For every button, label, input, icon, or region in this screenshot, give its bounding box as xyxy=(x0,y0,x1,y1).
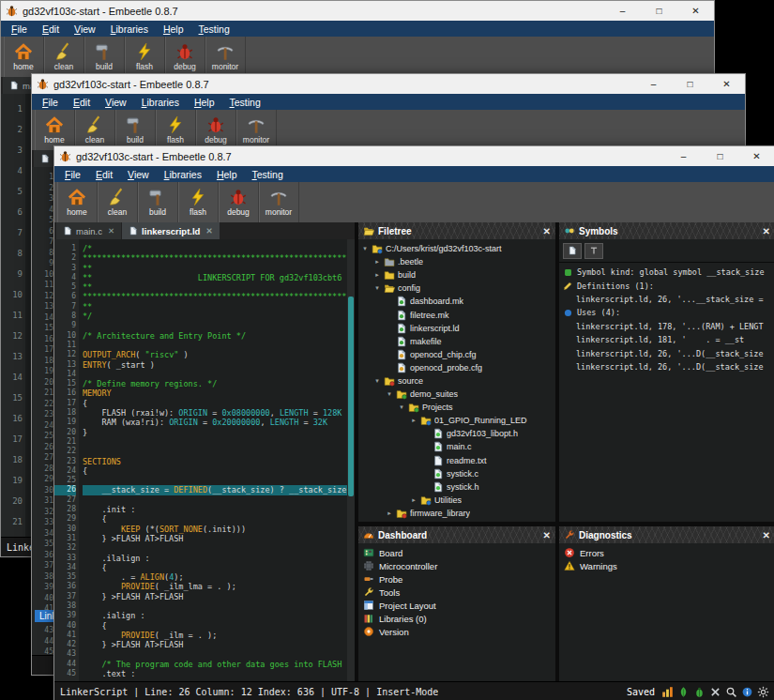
debug-button[interactable]: debug xyxy=(165,37,205,77)
filetree-item-makefile[interactable]: makefile xyxy=(358,335,555,348)
menu-item-view[interactable]: View xyxy=(98,97,134,108)
dashboard-item-libraries-0-[interactable]: Libraries (0) xyxy=(358,612,555,625)
filetree-item-systick.h[interactable]: systick.h xyxy=(358,480,555,494)
magnifier-icon[interactable] xyxy=(725,686,737,698)
menu-item-testing[interactable]: Testing xyxy=(191,23,237,35)
menu-item-libraries[interactable]: Libraries xyxy=(157,169,209,180)
code-line-12[interactable]: OUTPUT_ARCH( "riscv" ) xyxy=(83,350,347,359)
menu-item-help[interactable]: Help xyxy=(156,23,191,35)
minimize-button[interactable]: – xyxy=(665,146,702,166)
code-line-35[interactable]: . = ALIGN(4); xyxy=(83,572,347,582)
flash-button[interactable]: flash xyxy=(178,182,219,222)
code-line-8[interactable]: */ xyxy=(83,312,347,321)
filetree-item-openocd-probe.cfg[interactable]: openocd_probe.cfg xyxy=(358,361,555,374)
symbol-reference[interactable]: linkerscript.ld, 181, ' . = __st xyxy=(559,333,774,346)
filetree-item-readme.txt[interactable]: readme.txt xyxy=(358,454,555,467)
menu-item-view[interactable]: View xyxy=(67,23,103,35)
window-titlebar[interactable]: gd32vf103c-start - Embeetle 0.8.7 – □ ✕ xyxy=(54,146,774,166)
scrollbar-thumb[interactable] xyxy=(348,297,354,495)
symbol-reference[interactable]: linkerscript.ld, 178, '...(RAM) + LENGT xyxy=(559,320,774,333)
maximize-button[interactable]: □ xyxy=(641,1,677,21)
code-line-41[interactable]: PROVIDE( _ilm = . ); xyxy=(83,631,347,640)
editor-scrollbar[interactable] xyxy=(347,239,355,682)
menu-item-file[interactable]: File xyxy=(4,23,35,35)
code-line-38[interactable] xyxy=(83,601,347,611)
code-line-14[interactable] xyxy=(83,370,347,379)
code-line-34[interactable]: { xyxy=(83,563,347,572)
expander-icon[interactable]: ▾ xyxy=(398,403,405,411)
filetree-item-projects[interactable]: ▾Projects xyxy=(358,401,555,414)
home-button[interactable]: home xyxy=(4,37,44,77)
clean-button[interactable]: clean xyxy=(44,37,84,77)
window-titlebar[interactable]: gd32vf103c-start - Embeetle 0.8.7 – □ ✕ xyxy=(32,74,745,94)
debug-button[interactable]: debug xyxy=(219,182,259,222)
dashboard-item-version[interactable]: Version xyxy=(358,625,555,638)
menu-item-testing[interactable]: Testing xyxy=(245,169,291,180)
code-line-28[interactable]: .init : xyxy=(83,505,347,514)
cross-icon[interactable] xyxy=(709,686,721,698)
code-line-40[interactable]: { xyxy=(83,621,347,631)
symbol-reference[interactable]: linkerscript.ld, 26, '...D(__stack_size xyxy=(559,360,774,373)
build-button[interactable]: build xyxy=(138,182,178,222)
code-line-1[interactable]: /* xyxy=(83,244,347,253)
code-line-45[interactable]: .text : xyxy=(83,669,347,678)
debug-button[interactable]: debug xyxy=(196,110,236,150)
editor-tab-linkerscript.ld[interactable]: linkerscript.ld✕ xyxy=(122,222,219,239)
filetree-item-main.c[interactable]: main.c xyxy=(358,440,555,453)
code-line-33[interactable]: .ilalign : xyxy=(83,554,347,563)
diagnostics-item-errors[interactable]: Errors xyxy=(559,546,774,559)
filetree-item-config[interactable]: ▾config xyxy=(358,282,555,295)
expander-icon[interactable]: ▸ xyxy=(386,510,393,517)
maximize-button[interactable]: □ xyxy=(672,74,708,94)
dashboard-item-tools[interactable]: Tools xyxy=(358,586,555,599)
clean-button[interactable]: clean xyxy=(98,182,138,222)
menu-item-view[interactable]: View xyxy=(120,169,157,180)
clean-button[interactable]: clean xyxy=(75,110,115,150)
monitor-button[interactable]: monitor xyxy=(205,37,246,77)
window-titlebar[interactable]: gd32vf103c-start - Embeetle 0.8.7 – □ ✕ xyxy=(1,1,714,21)
code-line-21[interactable] xyxy=(83,437,347,447)
filetree-item-systick.c[interactable]: systick.c xyxy=(358,467,555,480)
code-line-25[interactable] xyxy=(83,476,347,485)
expander-icon[interactable]: ▾ xyxy=(373,284,381,292)
menu-item-edit[interactable]: Edit xyxy=(35,23,67,35)
filetree-item-linkerscript.ld[interactable]: linkerscript.ld xyxy=(358,322,555,335)
code-line-37[interactable]: } >FLASH AT>FLASH xyxy=(83,592,347,601)
code-line-4[interactable]: ** LINKERSCRIPT FOR gd32vf103cbt6 xyxy=(83,273,347,282)
close-dashboard-icon[interactable]: ✕ xyxy=(543,530,551,540)
minimize-button[interactable]: – xyxy=(604,1,641,21)
menu-item-help[interactable]: Help xyxy=(187,97,222,108)
monitor-button[interactable]: monitor xyxy=(236,110,277,150)
flash-button[interactable]: flash xyxy=(156,110,196,150)
monitor-button[interactable]: monitor xyxy=(259,182,299,222)
filetree-item-c-users-krist-gd32vf103c-start[interactable]: ▾C:/Users/krist/gd32vf103c-start xyxy=(358,242,555,255)
dashboard-item-microcontroller[interactable]: Microcontroller xyxy=(358,559,555,572)
dashboard-header[interactable]: Dashboard ✕ xyxy=(358,526,555,543)
symbol-reference[interactable]: linkerscript.ld, 26, '...__stack_size = xyxy=(559,293,774,306)
code-line-43[interactable] xyxy=(83,649,347,659)
menu-item-libraries[interactable]: Libraries xyxy=(103,23,156,35)
menu-item-edit[interactable]: Edit xyxy=(88,169,120,180)
filetree-item-.beetle[interactable]: ▸.beetle xyxy=(358,255,555,268)
expander-icon[interactable]: ▸ xyxy=(410,417,417,424)
diagnostics-item-warnings[interactable]: Warnings xyxy=(559,559,774,572)
code-line-23[interactable]: SECTIONS xyxy=(83,457,347,466)
code-line-24[interactable]: { xyxy=(83,466,347,476)
close-filetree-icon[interactable]: ✕ xyxy=(543,226,551,236)
close-diagnostics-icon[interactable]: ✕ xyxy=(763,530,770,540)
code-line-30[interactable]: KEEP (*(SORT_NONE(.init))) xyxy=(83,525,347,534)
home-button[interactable]: home xyxy=(35,110,75,150)
dashboard-item-probe[interactable]: Probe xyxy=(358,572,555,586)
editor-tab-main.c[interactable]: main.c✕ xyxy=(56,222,121,239)
close-button[interactable]: ✕ xyxy=(677,1,714,21)
diagnostics-header[interactable]: Diagnostics ✕ xyxy=(559,526,774,543)
filetree-item-utilities[interactable]: ▸Utilities xyxy=(358,494,555,507)
code-line-7[interactable]: ** xyxy=(83,302,347,312)
expander-icon[interactable]: ▾ xyxy=(373,377,381,385)
expander-icon[interactable]: ▸ xyxy=(373,258,381,266)
leaf-icon[interactable] xyxy=(677,686,690,698)
filetree-item-firmware-library[interactable]: ▸firmware_library xyxy=(358,507,555,520)
menu-item-file[interactable]: File xyxy=(57,169,88,180)
code-line-17[interactable]: { xyxy=(83,399,347,408)
expander-icon[interactable]: ▸ xyxy=(373,271,381,279)
